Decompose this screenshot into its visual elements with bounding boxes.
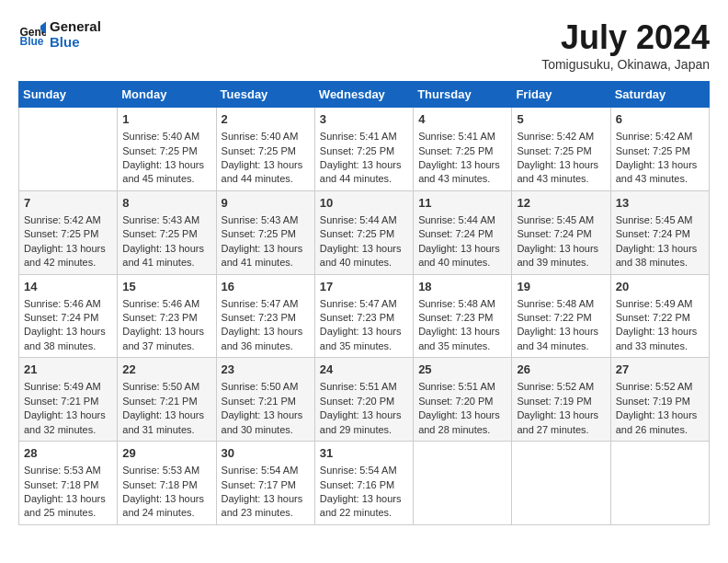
sunrise-text: Sunrise: 5:49 AM: [616, 297, 704, 311]
day-number: 10: [320, 195, 408, 212]
sunset-text: Sunset: 7:21 PM: [24, 395, 112, 408]
sunset-text: Sunset: 7:21 PM: [222, 395, 310, 408]
day-number: 21: [24, 362, 112, 378]
sunrise-text: Sunrise: 5:51 AM: [418, 380, 506, 394]
sunset-text: Sunset: 7:19 PM: [616, 395, 704, 408]
calendar-cell: 26Sunrise: 5:52 AMSunset: 7:19 PMDayligh…: [512, 358, 610, 442]
daylight-text: Daylight: 13 hours and 40 minutes.: [320, 242, 408, 270]
daylight-text: Daylight: 13 hours and 31 minutes.: [122, 408, 210, 437]
daylight-text: Daylight: 13 hours and 39 minutes.: [517, 242, 605, 270]
daylight-text: Daylight: 13 hours and 27 minutes.: [517, 408, 605, 437]
day-number: 29: [122, 445, 210, 462]
sunrise-text: Sunrise: 5:51 AM: [320, 380, 408, 394]
calendar-cell: 20Sunrise: 5:49 AMSunset: 7:22 PMDayligh…: [610, 274, 709, 358]
day-number: 30: [222, 445, 310, 462]
header-wednesday: Wednesday: [314, 82, 413, 108]
month-title: July 2024: [541, 18, 710, 57]
header-thursday: Thursday: [414, 82, 512, 108]
sunrise-text: Sunrise: 5:42 AM: [616, 130, 704, 144]
calendar-cell: 30Sunrise: 5:54 AMSunset: 7:17 PMDayligh…: [216, 442, 314, 525]
day-number: 2: [222, 111, 310, 128]
day-number: 28: [24, 445, 112, 462]
calendar-table: SundayMondayTuesdayWednesdayThursdayFrid…: [18, 81, 710, 525]
header-saturday: Saturday: [610, 82, 709, 108]
calendar-cell: 27Sunrise: 5:52 AMSunset: 7:19 PMDayligh…: [610, 358, 709, 442]
sunrise-text: Sunrise: 5:43 AM: [222, 213, 310, 227]
sunset-text: Sunset: 7:25 PM: [517, 144, 605, 158]
sunset-text: Sunset: 7:16 PM: [320, 478, 408, 492]
calendar-cell: 17Sunrise: 5:47 AMSunset: 7:23 PMDayligh…: [314, 274, 413, 358]
daylight-text: Daylight: 13 hours and 43 minutes.: [517, 158, 605, 187]
sunrise-text: Sunrise: 5:42 AM: [517, 130, 605, 144]
sunrise-text: Sunrise: 5:42 AM: [24, 213, 112, 227]
day-number: 23: [222, 362, 310, 378]
daylight-text: Daylight: 13 hours and 45 minutes.: [122, 158, 210, 187]
sunrise-text: Sunrise: 5:41 AM: [418, 130, 506, 144]
sunset-text: Sunset: 7:24 PM: [24, 311, 112, 325]
daylight-text: Daylight: 13 hours and 42 minutes.: [24, 242, 112, 270]
daylight-text: Daylight: 13 hours and 35 minutes.: [418, 325, 506, 353]
logo-text-line1: General: [50, 18, 101, 34]
location-subtitle: Tomigusuku, Okinawa, Japan: [541, 57, 710, 72]
sunset-text: Sunset: 7:17 PM: [222, 478, 310, 492]
day-number: 19: [517, 279, 605, 295]
sunset-text: Sunset: 7:18 PM: [24, 478, 112, 492]
sunset-text: Sunset: 7:25 PM: [222, 144, 310, 158]
day-number: 3: [320, 111, 408, 128]
sunset-text: Sunset: 7:23 PM: [122, 311, 210, 325]
sunset-text: Sunset: 7:25 PM: [320, 227, 408, 241]
sunrise-text: Sunrise: 5:52 AM: [616, 380, 704, 394]
sunset-text: Sunset: 7:25 PM: [222, 227, 310, 241]
sunrise-text: Sunrise: 5:50 AM: [222, 380, 310, 394]
day-number: 13: [616, 195, 704, 212]
calendar-cell: 31Sunrise: 5:54 AMSunset: 7:16 PMDayligh…: [314, 442, 413, 525]
sunset-text: Sunset: 7:25 PM: [122, 144, 210, 158]
daylight-text: Daylight: 13 hours and 34 minutes.: [517, 325, 605, 353]
sunset-text: Sunset: 7:25 PM: [24, 227, 112, 241]
calendar-cell: 10Sunrise: 5:44 AMSunset: 7:25 PMDayligh…: [314, 190, 413, 274]
calendar-cell: 6Sunrise: 5:42 AMSunset: 7:25 PMDaylight…: [610, 108, 709, 191]
sunset-text: Sunset: 7:25 PM: [616, 144, 704, 158]
week-row-1: 1Sunrise: 5:40 AMSunset: 7:25 PMDaylight…: [19, 108, 710, 191]
sunset-text: Sunset: 7:24 PM: [517, 227, 605, 241]
sunrise-text: Sunrise: 5:44 AM: [320, 213, 408, 227]
daylight-text: Daylight: 13 hours and 33 minutes.: [616, 325, 704, 353]
daylight-text: Daylight: 13 hours and 36 minutes.: [222, 325, 310, 353]
daylight-text: Daylight: 13 hours and 38 minutes.: [24, 325, 112, 353]
sunset-text: Sunset: 7:23 PM: [320, 311, 408, 325]
sunrise-text: Sunrise: 5:40 AM: [122, 130, 210, 144]
calendar-cell: 1Sunrise: 5:40 AMSunset: 7:25 PMDaylight…: [118, 108, 216, 191]
sunset-text: Sunset: 7:25 PM: [122, 227, 210, 241]
page-header: General Blue General Blue July 2024 Tomi…: [18, 18, 710, 72]
sunrise-text: Sunrise: 5:46 AM: [122, 297, 210, 311]
calendar-cell: [610, 442, 709, 525]
header-sunday: Sunday: [19, 82, 118, 108]
sunrise-text: Sunrise: 5:45 AM: [616, 213, 704, 227]
header-friday: Friday: [512, 82, 610, 108]
sunrise-text: Sunrise: 5:47 AM: [222, 297, 310, 311]
day-number: 11: [418, 195, 506, 212]
week-row-4: 21Sunrise: 5:49 AMSunset: 7:21 PMDayligh…: [19, 358, 710, 442]
calendar-cell: 3Sunrise: 5:41 AMSunset: 7:25 PMDaylight…: [314, 108, 413, 191]
sunrise-text: Sunrise: 5:54 AM: [320, 464, 408, 477]
sunrise-text: Sunrise: 5:48 AM: [418, 297, 506, 311]
calendar-cell: 4Sunrise: 5:41 AMSunset: 7:25 PMDaylight…: [414, 108, 512, 191]
daylight-text: Daylight: 13 hours and 41 minutes.: [122, 242, 210, 270]
sunset-text: Sunset: 7:20 PM: [320, 395, 408, 408]
calendar-cell: 11Sunrise: 5:44 AMSunset: 7:24 PMDayligh…: [414, 190, 512, 274]
header-tuesday: Tuesday: [216, 82, 314, 108]
day-number: 31: [320, 445, 408, 462]
sunrise-text: Sunrise: 5:44 AM: [418, 213, 506, 227]
daylight-text: Daylight: 13 hours and 37 minutes.: [122, 325, 210, 353]
day-number: 4: [418, 111, 506, 128]
sunrise-text: Sunrise: 5:40 AM: [222, 130, 310, 144]
daylight-text: Daylight: 13 hours and 32 minutes.: [24, 408, 112, 437]
daylight-text: Daylight: 13 hours and 44 minutes.: [320, 158, 408, 187]
sunset-text: Sunset: 7:18 PM: [122, 478, 210, 492]
day-number: 17: [320, 279, 408, 295]
day-number: 18: [418, 279, 506, 295]
daylight-text: Daylight: 13 hours and 43 minutes.: [616, 158, 704, 187]
calendar-cell: 9Sunrise: 5:43 AMSunset: 7:25 PMDaylight…: [216, 190, 314, 274]
calendar-cell: 12Sunrise: 5:45 AMSunset: 7:24 PMDayligh…: [512, 190, 610, 274]
calendar-cell: 22Sunrise: 5:50 AMSunset: 7:21 PMDayligh…: [118, 358, 216, 442]
